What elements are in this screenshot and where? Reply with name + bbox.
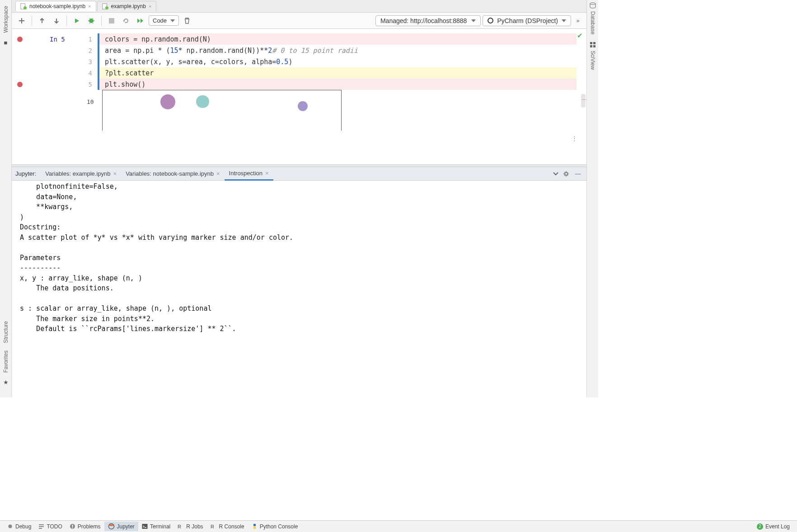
panel-tab-label: Variables: notebook-sample.ipynb [126, 170, 214, 177]
folder-icon: ■ [4, 39, 8, 46]
server-label: Managed: http://localhost:8888 [380, 17, 467, 24]
interpreter-select[interactable]: PyCharm (DSProject) [483, 15, 571, 26]
close-icon[interactable]: × [265, 170, 269, 177]
chevron-down-icon [471, 19, 476, 22]
gutter-row[interactable]: 4 [12, 67, 98, 79]
svg-point-3 [105, 6, 108, 9]
panel-tab-label: Introspection [229, 170, 263, 177]
tool-window-tabs: Jupyter: Variables: example.ipynb×Variab… [12, 167, 586, 181]
database-icon [590, 2, 596, 9]
chevron-down-icon [170, 19, 175, 22]
scatter-point [196, 95, 209, 108]
delete-cell-button[interactable] [181, 14, 193, 27]
svg-point-7 [590, 3, 595, 5]
tab-notebook-sample[interactable]: notebook-sample.ipynb × [15, 1, 96, 11]
plot-output: 10 [102, 90, 342, 131]
breakpoint-icon[interactable] [17, 82, 23, 87]
line-number: 5 [89, 81, 92, 88]
svg-rect-9 [593, 42, 595, 44]
line-number: 1 [89, 36, 92, 43]
separator [66, 16, 67, 26]
sciview-icon [590, 42, 596, 48]
svg-point-6 [565, 173, 567, 175]
analysis-ok-icon[interactable]: ✔ [577, 32, 583, 40]
editor-tabs-bar: notebook-sample.ipynb × example.ipynb × [12, 0, 586, 13]
run-cell-button[interactable] [70, 14, 83, 27]
code-editor[interactable]: ✔ In 512345 colors = np.random.rand(N)ar… [12, 29, 586, 164]
run-all-button[interactable] [134, 14, 147, 27]
close-icon[interactable]: × [88, 4, 91, 9]
line-number: 2 [89, 47, 92, 54]
in-label: In 5 [50, 36, 65, 43]
scroll-indicator[interactable] [581, 94, 586, 107]
toolbar-more-button[interactable]: » [573, 17, 583, 24]
chevron-down-icon [562, 19, 566, 22]
notebook-toolbar: Code Managed: http://localhost:8888 PyCh… [12, 13, 586, 29]
y-tick-label: 10 [87, 98, 94, 105]
panel-hide-button[interactable]: — [573, 170, 583, 177]
svg-rect-11 [593, 45, 595, 47]
sidebar-item-structure[interactable]: Structure [3, 321, 9, 343]
close-icon[interactable]: × [216, 170, 220, 177]
sidebar-item-database[interactable]: Database [590, 11, 596, 34]
scatter-point [160, 94, 175, 109]
gutter-row[interactable]: In 51 [12, 33, 98, 45]
breakpoint-icon[interactable] [17, 37, 23, 42]
left-tool-sidebar: Workspace ■ Structure Favorites ★ [0, 0, 12, 397]
svg-rect-8 [590, 42, 592, 44]
introspection-content[interactable]: plotnonfinite=False, data=None, **kwargs… [12, 181, 586, 397]
stop-button[interactable] [105, 14, 118, 27]
panel-settings-button[interactable] [563, 171, 573, 177]
code-line[interactable]: plt.show() [98, 79, 577, 90]
code-line[interactable]: plt.scatter(x, y, s=area, c=colors, alph… [98, 56, 577, 67]
svg-point-4 [89, 19, 94, 23]
debug-cell-button[interactable] [85, 14, 98, 27]
panel-tab[interactable]: Variables: notebook-sample.ipynb× [121, 167, 224, 181]
tab-example[interactable]: example.ipynb × [97, 1, 157, 11]
sidebar-item-favorites[interactable]: Favorites [3, 350, 9, 373]
add-cell-button[interactable] [15, 14, 28, 27]
star-icon: ★ [3, 379, 9, 386]
tab-label: example.ipynb [111, 3, 146, 9]
code-line[interactable]: ?plt.scatter [98, 67, 577, 79]
editor-gutter: In 512345 [12, 29, 98, 164]
svg-rect-10 [590, 45, 592, 47]
panel-tab-label: Variables: example.ipynb [45, 170, 110, 177]
svg-rect-5 [109, 18, 114, 23]
separator [101, 16, 102, 26]
svg-point-1 [23, 6, 27, 9]
close-icon[interactable]: × [149, 4, 151, 9]
gutter-row[interactable]: 2 [12, 45, 98, 56]
close-icon[interactable]: × [113, 170, 117, 177]
move-up-button[interactable] [36, 14, 48, 27]
restart-button[interactable] [120, 14, 132, 27]
status-ring-icon [488, 18, 493, 23]
panel-collapse-button[interactable] [553, 172, 563, 176]
cell-type-select[interactable]: Code [149, 15, 179, 26]
panel-tab[interactable]: Introspection× [225, 167, 273, 181]
cell-options-button[interactable]: ⋮ [572, 135, 577, 142]
sidebar-item-sciview[interactable]: SciView [590, 51, 596, 70]
right-tool-sidebar: Database SciView [586, 0, 598, 397]
code-line[interactable]: colors = np.random.rand(N) [98, 33, 577, 45]
gutter-row[interactable]: 5 [12, 79, 98, 90]
code-line[interactable]: area = np.pi * (15 * np.random.rand(N))*… [98, 45, 577, 56]
separator [32, 16, 32, 26]
interpreter-label: PyCharm (DSProject) [497, 17, 558, 24]
sidebar-item-workspace[interactable]: Workspace [3, 6, 9, 33]
cell-type-label: Code [153, 17, 167, 24]
scatter-point [298, 101, 308, 111]
jupyter-file-icon [20, 3, 27, 9]
code-area[interactable]: colors = np.random.rand(N)area = np.pi *… [98, 33, 577, 90]
move-down-button[interactable] [50, 14, 63, 27]
tab-label: notebook-sample.ipynb [29, 3, 85, 9]
panel-tab[interactable]: Variables: example.ipynb× [41, 167, 121, 181]
line-number: 4 [89, 70, 92, 77]
line-number: 3 [89, 58, 92, 65]
jupyter-server-select[interactable]: Managed: http://localhost:8888 [375, 15, 481, 26]
jupyter-file-icon [102, 3, 108, 9]
panel-prefix: Jupyter: [15, 170, 36, 177]
gutter-row[interactable]: 3 [12, 56, 98, 67]
